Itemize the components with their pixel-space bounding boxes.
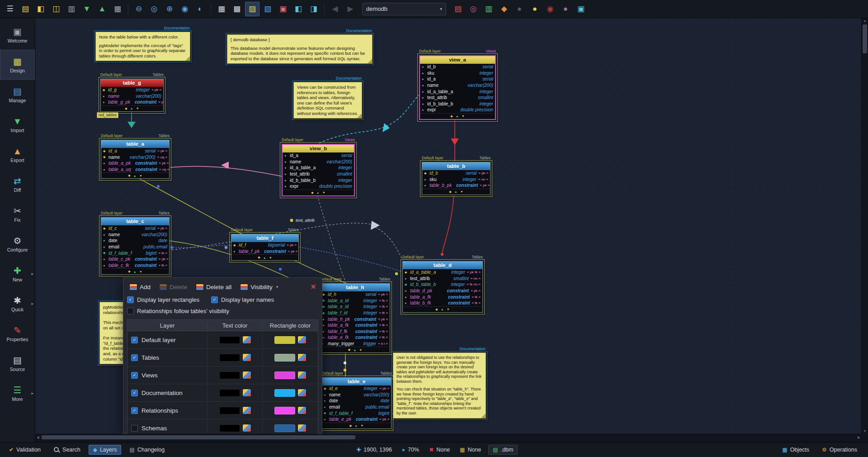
rect-color-swatch[interactable] [274,424,295,432]
scroll-left-icon[interactable]: ◀ [35,434,41,440]
sidebar-item-configure[interactable]: ⚙Configure [0,229,35,259]
text-color-swatch[interactable] [219,389,240,397]
table-color-tag[interactable]: red_tables [97,112,118,118]
text-color-swatch[interactable] [219,424,240,432]
option-checkbox[interactable]: ✓ [127,296,134,303]
relationship-line[interactable] [442,195,454,252]
wiki-button[interactable]: ◉ [543,2,557,16]
horizontal-scroll-thumb[interactable] [42,435,355,439]
collapse-control-icon[interactable]: ▲ [316,191,320,194]
collapse-control-icon[interactable]: ◆ [450,114,453,118]
table-table_h[interactable]: Default layerTablestable_h◆id_hserial« p… [320,283,390,353]
table-table_f[interactable]: Default layerTablestable_f◆id_fbigserial… [231,234,299,261]
color-picker-icon[interactable] [243,407,251,414]
export-model-button[interactable]: ▲ [95,2,109,16]
visibility-menu-button[interactable]: Visibility ▾ [238,282,281,292]
collapse-control-icon[interactable]: ▲ [441,308,444,311]
fit-zoom-button[interactable]: ◎ [147,2,161,16]
save-model-button[interactable]: ◫ [49,2,63,16]
changelog-button[interactable]: ▤ Changelog [125,445,169,455]
layer-visibility-checkbox[interactable]: ✓ [131,372,138,379]
layer-visibility-checkbox[interactable]: ✓ [131,390,138,396]
model-search-button[interactable]: ◎ [466,2,481,16]
layer-row-views[interactable]: ✓Views [127,367,318,384]
main-menu-button[interactable]: ☰ [3,2,17,16]
collapse-control-icon[interactable]: ▼ [460,190,463,193]
print-model-button[interactable]: ▦ [110,2,125,16]
collapse-control-icon[interactable]: ▲ [454,190,458,193]
table-table_a[interactable]: Default layerTablestable_a◆id_aserial« p… [101,140,170,179]
forward-button[interactable]: ▶ [343,2,358,16]
collapse-control-icon[interactable]: ▲ [133,174,137,177]
layer-visibility-checkbox[interactable]: ✓ [131,354,138,361]
scroll-down-icon[interactable]: ▼ [862,428,868,434]
horizontal-scrollbar[interactable]: ◀ ▶ [35,434,862,440]
split-horizontal-button[interactable]: ◧ [291,2,306,16]
vertical-scroll-thumb[interactable] [863,24,867,53]
collapse-control-icon[interactable]: ▼ [269,256,272,259]
diff-db-button[interactable]: ◆ [497,2,511,16]
collapse-control-icon[interactable]: ◆ [258,256,260,259]
layer-visibility-checkbox[interactable] [131,425,138,432]
rect-color-swatch[interactable] [274,389,295,397]
color-picker-icon[interactable] [298,424,306,432]
option-checkbox[interactable]: ✓ [211,296,218,303]
open-model-button[interactable]: ◧ [33,2,48,16]
color-picker-icon[interactable] [298,371,306,379]
collapse-control-icon[interactable]: ▼ [447,308,450,311]
layer-row-relationships[interactable]: ✓Relationships [127,402,318,419]
scroll-right-icon[interactable]: ▶ [856,434,862,440]
relationship-line[interactable] [170,166,283,176]
color-picker-icon[interactable] [298,336,306,343]
color-picker-icon[interactable] [243,354,251,361]
support-button[interactable]: ● [558,2,573,16]
collapse-control-icon[interactable]: ▲ [353,348,356,352]
table-table_d[interactable]: Default layerTablestable_d◆id_a_table_ai… [402,261,483,313]
color-picker-icon[interactable] [243,336,251,343]
sidebar-item-more[interactable]: ☰More▸ [0,378,35,408]
collapse-control-icon[interactable]: ◆ [128,174,130,177]
apply-sql-button[interactable]: ▥ [481,2,496,16]
sidebar-item-properties[interactable]: ✎Properties [0,319,35,348]
note-foreign-keys[interactable]: DocumentationUser is not obligated to us… [393,352,486,419]
model-file-badge[interactable]: ▤ .dbm [488,445,518,455]
collapse-control-icon[interactable]: ◆ [311,191,313,195]
delete-all-layers-button[interactable]: Delete all [193,282,234,292]
collapse-control-icon[interactable]: ▲ [130,107,133,110]
collapse-control-icon[interactable]: ▼ [322,191,326,194]
sidebar-item-fix[interactable]: ✂Fix [0,199,35,229]
table-table_e[interactable]: Default layerTablestable_e◆id_einteger« … [321,377,392,429]
bug-report-button[interactable]: ● [512,2,527,16]
overview-button[interactable]: ◐ [193,2,208,16]
text-color-swatch[interactable] [219,336,240,344]
rect-color-swatch[interactable] [274,336,295,344]
model-selector[interactable]: demodb▾ [362,3,446,15]
scene-image-button[interactable]: ▣ [276,2,290,16]
layer-visibility-checkbox[interactable]: ✓ [131,407,138,414]
donate-button[interactable]: ● [528,2,542,16]
docs-button[interactable]: ▣ [574,2,588,16]
layer-option-2[interactable]: Relationships follow tables' visibility [127,308,229,314]
relationship-line[interactable] [375,227,402,260]
back-button[interactable]: ◀ [328,2,342,16]
sidebar-item-design[interactable]: ▦Design [0,50,35,80]
collapse-control-icon[interactable]: ◆ [435,308,438,311]
search-button[interactable]: Search [49,445,85,455]
table-table_c[interactable]: Default layerTablestable_c◆id_cserial« p… [101,217,170,275]
view-view_b[interactable]: Default layerViewsview_b●id_aserial●name… [282,144,355,196]
add-layer-button[interactable]: Add [127,282,153,292]
collapse-control-icon[interactable]: ◆ [349,424,352,428]
text-color-swatch[interactable] [219,407,240,414]
note-views[interactable]: DocumentationViews can be constructed fr… [293,82,362,119]
collapse-control-icon[interactable]: ◆ [125,107,127,110]
layers-button[interactable]: ◆ Layers [89,445,122,455]
pack-model-button[interactable]: ▥ [64,2,79,16]
color-picker-icon[interactable] [243,389,251,396]
layers-config-button[interactable]: ▨ [245,2,259,16]
text-color-swatch[interactable] [219,354,240,362]
option-checkbox[interactable] [127,308,134,314]
layer-row-documentation[interactable]: ✓Documentation [127,384,318,402]
text-color-swatch[interactable] [219,371,240,379]
relationship-line[interactable] [317,195,345,281]
collapse-control-icon[interactable]: ◆ [449,190,451,194]
